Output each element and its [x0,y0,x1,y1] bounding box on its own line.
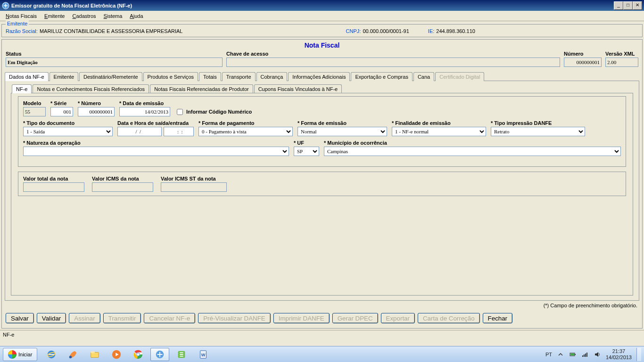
sub-tab-body: Modelo * Série * Número * Data de emissã… [11,93,633,296]
subtab-notas-produtor[interactable]: Notas Fiscais Referenciadas de Produtor [150,84,253,93]
uf-label: * UF [294,140,319,146]
cnpj-value: 00.000.000/0001-91 [363,28,409,34]
svg-text:W: W [201,352,206,357]
subtab-cupons[interactable]: Cupons Fiscais Vinculados à NF-e [254,84,342,93]
taskbar-word-icon[interactable]: W [194,348,213,361]
informar-codigo-checkbox[interactable] [177,109,183,115]
subtab-notas-ref[interactable]: Notas e Conhecimentos Fiscais Referencia… [33,84,149,93]
tray-time: 21:37 [606,348,632,354]
required-footnote: (*) Campo de preenchimento obrigatório. [2,301,642,311]
svg-rect-22 [585,354,586,357]
tab-cana[interactable]: Cana [413,72,434,81]
tab-transporte[interactable]: Transporte [222,72,256,81]
tray-battery-icon[interactable] [569,351,577,358]
main-tabs: Dados da NF-eEmitenteDestinatário/Remete… [5,72,639,81]
nfe-form-area: Modelo * Série * Número * Data de emissã… [18,96,626,167]
tipo-danfe-label: * Tipo impressão DANFE [491,120,585,126]
salvar-button[interactable]: Salvar [6,313,34,323]
taskbar-media-player-icon[interactable] [107,348,126,361]
ie-label: IE: [428,28,434,34]
menu-cadastros[interactable]: Cadastros [68,12,99,20]
taskbar-paint-icon[interactable] [64,348,83,361]
data-saida-label: Data e Hora de saída/entrada [117,120,194,126]
modelo-label: Modelo [23,100,46,106]
assinar-button: Assinar [69,313,100,323]
menu-sistema[interactable]: Sistema [100,12,126,20]
versao-xml-field [605,58,638,67]
tab-cobranca[interactable]: Cobrança [256,72,288,81]
informar-codigo-label: Informar Código Numérico [186,109,252,115]
tab-info-adicionais[interactable]: Informações Adicionais [288,72,350,81]
emitente-groupbox: Emitente Razão Social: MARILUZ CONTABILI… [1,24,643,37]
tab-produtos[interactable]: Produtos e Serviços [143,72,198,81]
municipio-label: * Município de ocorrência [324,140,621,146]
svg-rect-12 [180,352,183,353]
numero-form-field[interactable] [78,107,115,116]
taskbar-app2-icon[interactable] [172,348,191,361]
versao-xml-label: Versão XML [605,51,638,57]
tray-chevron-icon[interactable] [557,351,564,358]
natureza-operacao-select[interactable] [23,147,289,156]
tray-clock[interactable]: 21:37 14/02/2013 [606,348,632,361]
tray-volume-icon[interactable] [594,351,601,358]
razao-social-label: Razão Social: [6,28,38,34]
data-emissao-field[interactable] [119,107,170,116]
natureza-operacao-label: * Natureza da operação [23,140,289,146]
app-icon [2,2,9,9]
close-window-button[interactable]: ✕ [633,1,642,10]
hora-saida-field[interactable] [164,127,194,136]
forma-pagamento-select[interactable]: 0 - Pagamento à vista [198,127,293,136]
tab-exportacao[interactable]: Exportação e Compras [351,72,413,81]
numero-form-label: * Número [78,100,115,106]
nota-fiscal-panel: Nota Fiscal Status Chave de acesso Númer… [1,39,643,329]
svg-rect-23 [586,353,587,357]
svg-point-3 [69,355,72,358]
tab-emitente[interactable]: Emitente [50,72,78,81]
windows-orb-icon [8,350,17,359]
tab-certificado: Certificado Digital [435,72,484,81]
tipo-danfe-select[interactable]: Retrato [491,127,585,136]
tab-destinatario[interactable]: Destinatário/Remetente [79,72,142,81]
tray-show-desktop[interactable] [636,348,641,361]
tipo-documento-select[interactable]: 1 - Saída [23,127,113,136]
finalidade-emissao-select[interactable]: 1 - NF-e normal [392,127,486,136]
menu-notas-fiscais[interactable]: Notas Fiscais [2,12,41,20]
tray-date: 14/02/2013 [606,354,632,361]
data-saida-field[interactable] [117,127,162,136]
svg-rect-5 [91,351,95,353]
tray-lang[interactable]: PT [545,352,552,357]
valor-total-label: Valor total da nota [23,176,84,181]
tab-totais[interactable]: Totais [199,72,221,81]
taskbar-chrome-icon[interactable] [129,348,148,361]
taskbar-explorer-icon[interactable] [85,348,104,361]
validar-button[interactable]: Validar [37,313,66,323]
valor-icms-st-label: Valor ICMS ST da nota [161,176,227,181]
uf-select[interactable]: SP [294,147,319,156]
fechar-button[interactable]: Fechar [483,313,512,323]
maximize-button[interactable]: □ [623,1,633,10]
window-title: Emissor gratuito de Nota Fiscal Eletrôni… [11,3,614,8]
subtab-nfe[interactable]: NF-e [12,84,32,93]
nota-fiscal-title: Nota Fiscal [2,40,642,49]
minimize-button[interactable]: _ [614,1,623,10]
municipio-select[interactable]: Campinas [324,147,621,156]
tray-network-icon[interactable] [581,351,589,358]
tab-dados-nfe[interactable]: Dados da NF-e [5,72,49,81]
chave-acesso-label: Chave de acesso [226,51,560,57]
serie-field[interactable] [50,107,73,116]
titlebar: Emissor gratuito de Nota Fiscal Eletrôni… [0,0,644,11]
start-button[interactable]: Iniciar [3,348,37,361]
valor-total-field [23,182,84,192]
valor-icms-st-field [161,182,227,192]
exportar-button: Exportar [381,313,415,323]
forma-emissao-select[interactable]: Normal [297,127,387,136]
ie-value: 244.898.360.110 [436,28,475,34]
previsualizar-button: Pré-Visualizar DANFE [198,313,271,323]
svg-rect-19 [570,354,574,355]
taskbar-nfe-app-icon[interactable] [150,348,169,361]
menu-ajuda[interactable]: Ajuda [126,12,147,20]
taskbar-ie-icon[interactable] [42,348,61,361]
numero-nf-field [564,58,602,67]
totals-area: Valor total da nota Valor ICMS da nota V… [18,172,626,196]
menu-emitente[interactable]: Emitente [41,12,68,20]
